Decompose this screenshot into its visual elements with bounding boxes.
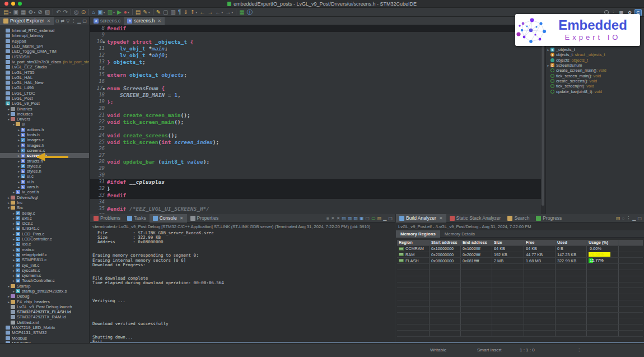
expander-icon[interactable]: ▸	[12, 237, 16, 241]
tree-item[interactable]: LvGL_HAL	[0, 75, 90, 80]
maximize-icon[interactable]: ▢	[637, 216, 642, 221]
expander-icon[interactable]: ▸	[17, 149, 21, 152]
tree-item[interactable]: ▸himages.h	[0, 143, 90, 148]
dropdown-caret-icon[interactable]: ▾	[195, 8, 197, 16]
tree-item[interactable]: MAX7219_LED_Matrix	[0, 325, 90, 330]
code-line[interactable]: 30	[90, 172, 545, 179]
tree-item[interactable]: Internal_RTC_external	[0, 28, 90, 33]
minimize-icon[interactable]: ▁	[77, 18, 81, 24]
scroll-lock-icon[interactable]: ▥	[348, 216, 352, 221]
expander-icon[interactable]: ▸	[12, 232, 16, 236]
subtab-memory-details[interactable]: Memory Details	[440, 230, 479, 238]
dropdown-caret-icon[interactable]: ▾	[113, 8, 115, 16]
subtab-memory-regions[interactable]: Memory Regions	[396, 230, 440, 238]
expander-icon[interactable]: ▸	[17, 174, 21, 178]
code-line[interactable]: 27	[90, 152, 545, 159]
close-icon[interactable]: ✕	[180, 216, 184, 221]
expander-icon[interactable]: ▸	[12, 279, 16, 282]
run-icon[interactable]: ▶	[116, 8, 123, 16]
remove-all-launches-icon[interactable]: ✕	[337, 216, 340, 221]
undo-icon[interactable]: ↶	[55, 8, 62, 16]
link-editor-icon[interactable]: ⇄	[60, 18, 64, 24]
tree-item[interactable]: ▸cILI9341.c	[0, 226, 90, 231]
editor-tab-screens-c[interactable]: cscreens.c	[90, 17, 124, 25]
build-all-icon[interactable]: ⚙▾	[27, 8, 36, 16]
tree-item[interactable]: LIS3DSH	[0, 54, 90, 59]
dropdown-caret-icon[interactable]: ▾	[34, 8, 35, 16]
mark-occurrences-icon[interactable]: ▢	[162, 8, 169, 16]
code-line[interactable]: 16	[90, 78, 545, 85]
expander-icon[interactable]: ▸	[12, 221, 16, 225]
tree-item[interactable]: ▸Debug	[0, 294, 90, 299]
expander-icon[interactable]: ▸	[17, 133, 21, 137]
code-line[interactable]: 15extern objects_t objects;	[90, 72, 545, 78]
tree-item[interactable]: LvGL_L496	[0, 85, 90, 90]
block-selection-icon[interactable]: ▥	[170, 8, 177, 16]
code-line[interactable]: 25void tick_screen(int screen_index);	[90, 139, 545, 146]
show-whitespace-icon[interactable]: ¶	[177, 8, 182, 16]
expander-icon[interactable]: ▸	[7, 300, 11, 304]
outline-item[interactable]: ▸S_objects_t	[546, 47, 644, 52]
tree-item[interactable]: Keypad	[0, 39, 90, 44]
expander-icon[interactable]: ▸	[17, 185, 21, 189]
expander-icon[interactable]: ▸	[12, 289, 16, 293]
code-line[interactable]: 11 lv_obj_t *main;	[90, 45, 545, 52]
tree-item[interactable]: ▾Startup	[0, 284, 90, 289]
code-line[interactable]: 35#endif /*EEZ_LVGL_UI_SCREENS_H*/	[90, 206, 545, 212]
dropdown-caret-icon[interactable]: ▾	[104, 8, 105, 16]
tree-item[interactable]: ▾ui	[0, 122, 90, 127]
tab-project-explorer[interactable]: Project Explorer ✕	[0, 17, 54, 25]
debug-icon[interactable]: ●▾	[123, 8, 130, 16]
code-editor[interactable]: 8#endif910●typedef struct _objects_t {11…	[90, 25, 545, 214]
remove-launch-icon[interactable]: ✕	[331, 216, 335, 221]
status-overflow-icon[interactable]: ⋮	[577, 347, 581, 353]
device-config-icon[interactable]: ▥▾	[106, 8, 116, 16]
outline-item[interactable]: Tobjects_t : struct _objects_t	[546, 52, 644, 57]
tree-item[interactable]: LvGL_LTDC	[0, 91, 90, 96]
expander-icon[interactable]: ▸	[17, 143, 21, 147]
tree-item[interactable]: LvGL_H735	[0, 69, 90, 75]
tree-item[interactable]: LvGL_EEZ_Studio	[0, 64, 90, 69]
tree-item[interactable]: MCP4131_STM32	[0, 330, 90, 335]
dropdown-caret-icon[interactable]: ▾	[148, 8, 150, 16]
expander-icon[interactable]: ▸	[17, 164, 21, 168]
expander-icon[interactable]: ▾	[12, 122, 16, 126]
minimize-icon[interactable]: ▁	[383, 216, 386, 221]
expander-icon[interactable]: ▸	[12, 216, 16, 220]
tree-item[interactable]: ▸cLCD_Pins.c	[0, 231, 90, 237]
tree-item[interactable]: ▸Includes	[0, 112, 90, 117]
show-console-out-icon[interactable]: ▣	[360, 216, 364, 221]
code-line[interactable]: 22void tick_screen_main();	[90, 119, 545, 126]
open-console-icon[interactable]: ▤	[377, 216, 382, 221]
maximize-icon[interactable]: ▢	[388, 216, 393, 221]
back-history-icon[interactable]: ←▾	[214, 8, 224, 16]
outline-item[interactable]: tick_screen(int) : void	[546, 84, 644, 89]
outline-item[interactable]: update_bar(uint8_t) : void	[546, 89, 644, 94]
tree-item[interactable]: ▸hlv_conf.h	[0, 189, 90, 194]
expander-icon[interactable]: ▸	[12, 273, 16, 277]
display-console-icon[interactable]: ▭	[371, 216, 376, 221]
code-line[interactable]: 29	[90, 165, 545, 172]
dropdown-caret-icon[interactable]: ▾	[9, 8, 11, 16]
tab-search[interactable]: Search	[504, 214, 533, 222]
expander-icon[interactable]: ▸	[7, 294, 11, 298]
dropdown-caret-icon[interactable]: ▾	[128, 8, 129, 16]
pin-console-icon[interactable]: ▢	[366, 216, 370, 221]
scrollbar-thumb[interactable]	[542, 26, 544, 206]
expander-icon[interactable]: ▸	[12, 253, 16, 257]
tree-item[interactable]: STM32F429ZITX_FLASH.ld	[0, 309, 90, 314]
save-all-icon[interactable]: ▦	[20, 8, 27, 16]
tree-item[interactable]: ▸hstyles.h	[0, 169, 90, 174]
outline-item[interactable]: tick_screen_main() : void	[546, 73, 644, 78]
tree-item[interactable]: ▸cTouchController.c	[0, 278, 90, 283]
new-source-icon[interactable]: ▧	[44, 8, 51, 16]
tree-item[interactable]: ▸Binaries	[0, 106, 90, 111]
tab-tasks[interactable]: Tasks	[124, 214, 150, 222]
tab-static-stack-analyzer[interactable]: Static Stack Analyzer	[446, 214, 505, 222]
code-line[interactable]: 28void update_bar (uint8_t value);	[90, 159, 545, 165]
expander-icon[interactable]: ▸	[12, 226, 16, 230]
code-line[interactable]: 32}	[90, 186, 545, 192]
tab-problems[interactable]: Problems	[90, 214, 124, 222]
code-line[interactable]: 8#endif	[90, 25, 545, 32]
tree-item[interactable]: LvGL_v9_Post Debug.launch	[0, 304, 90, 309]
